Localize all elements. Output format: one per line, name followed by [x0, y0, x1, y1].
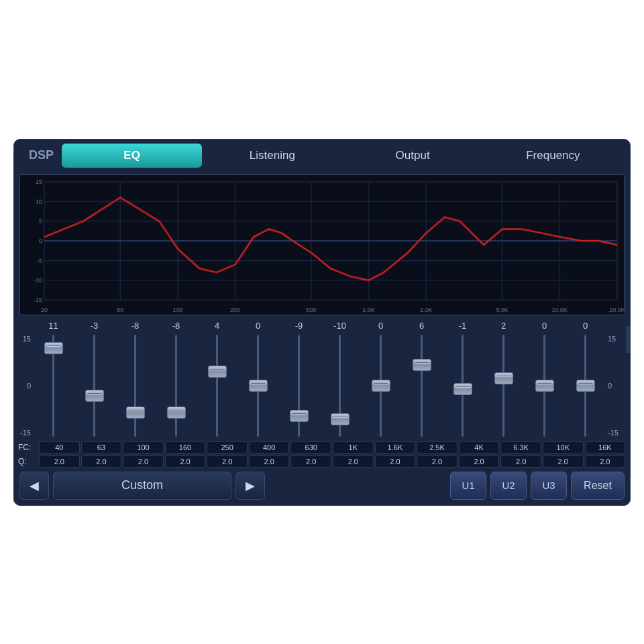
fc-2[interactable]: 100	[123, 441, 164, 453]
next-button[interactable]: ▶	[235, 472, 265, 500]
faders-row	[33, 332, 606, 439]
q-4[interactable]: 2.0	[207, 455, 248, 468]
fader-handle-4[interactable]	[208, 366, 227, 378]
q-1[interactable]: 2.0	[81, 455, 122, 468]
db-val-13: 0	[565, 321, 606, 331]
db-val-2: -8	[115, 321, 156, 331]
fader-track-4[interactable]	[216, 335, 218, 437]
q-row: Q: 2.0 2.0 2.0 2.0 2.0 2.0 2.0 2.0 2.0 2…	[18, 455, 626, 468]
fader-handle-9[interactable]	[413, 359, 431, 371]
fader-track-2[interactable]	[134, 335, 136, 437]
prev-button[interactable]: ◀	[19, 472, 49, 500]
db-val-8: 0	[360, 321, 401, 331]
q-10[interactable]: 2.0	[459, 455, 500, 468]
db-val-10: -1	[442, 321, 483, 331]
fc-11[interactable]: 6.3K	[500, 441, 541, 453]
q-9[interactable]: 2.0	[417, 455, 458, 468]
q-0[interactable]: 2.0	[39, 455, 80, 468]
q-6[interactable]: 2.0	[290, 455, 331, 468]
q-8[interactable]: 2.0	[375, 455, 416, 468]
dsp-label: DSP	[21, 144, 62, 166]
fader-track-9[interactable]	[421, 335, 423, 437]
tab-listening[interactable]: Listening	[202, 144, 342, 168]
eq-graph[interactable]	[19, 174, 625, 315]
fader-handle-13[interactable]	[576, 380, 595, 392]
scale-r-15-top: 15	[606, 335, 626, 343]
fader-track-11[interactable]	[502, 335, 504, 437]
fader-col-10	[442, 332, 483, 439]
db-val-5: 0	[237, 321, 278, 331]
fader-track-6[interactable]	[298, 335, 300, 437]
fc-7[interactable]: 1K	[333, 441, 374, 453]
header-tabs: DSP EQ Listening Output Frequency	[14, 140, 630, 172]
fader-handle-0[interactable]	[44, 342, 63, 354]
fc-9[interactable]: 2.5K	[417, 441, 458, 453]
fader-track-5[interactable]	[257, 335, 259, 437]
fc-0[interactable]: 40	[39, 441, 80, 453]
q-12[interactable]: 2.0	[543, 455, 584, 468]
fader-col-1	[74, 332, 115, 439]
scale-15-top: 15	[18, 335, 33, 343]
reset-button[interactable]: Reset	[571, 472, 625, 500]
fc-1[interactable]: 63	[81, 441, 122, 453]
fader-track-1[interactable]	[93, 335, 95, 437]
fc-5[interactable]: 400	[249, 441, 290, 453]
fader-handle-3[interactable]	[167, 407, 186, 419]
scale-r-15-bot: -15	[606, 429, 626, 437]
fc-8[interactable]: 1.6K	[375, 441, 416, 453]
fader-track-10[interactable]	[462, 335, 464, 437]
fc-3[interactable]: 160	[165, 441, 206, 453]
fader-track-8[interactable]	[380, 335, 382, 437]
fader-col-4	[197, 332, 237, 439]
fader-handle-2[interactable]	[126, 407, 145, 419]
u3-button[interactable]: U3	[531, 472, 567, 500]
fader-track-7[interactable]	[339, 335, 341, 437]
fader-col-0	[33, 332, 74, 439]
q-3[interactable]: 2.0	[165, 455, 206, 468]
fc-4[interactable]: 250	[207, 441, 248, 453]
fader-track-12[interactable]	[543, 335, 545, 437]
preset-name-label[interactable]: Custom	[53, 472, 231, 500]
fc-10[interactable]: 4K	[459, 441, 500, 453]
fader-handle-7[interactable]	[331, 413, 350, 425]
fader-handle-8[interactable]	[372, 380, 390, 392]
q-11[interactable]: 2.0	[500, 455, 541, 468]
q-7[interactable]: 2.0	[333, 455, 374, 468]
fader-col-13	[565, 332, 606, 439]
fader-track-0[interactable]	[52, 335, 54, 437]
q-2[interactable]: 2.0	[123, 455, 164, 468]
fader-track-13[interactable]	[584, 335, 586, 437]
u2-button[interactable]: U2	[490, 472, 527, 500]
db-val-11: 2	[483, 321, 524, 331]
fader-handle-5[interactable]	[249, 380, 268, 392]
fc-13[interactable]: 16K	[585, 441, 626, 453]
db-val-3: -8	[156, 321, 197, 331]
fader-col-9	[401, 332, 442, 439]
db-val-7: -10	[319, 321, 360, 331]
side-arrow[interactable]: ›	[626, 326, 631, 353]
fader-handle-12[interactable]	[535, 380, 554, 392]
q-13[interactable]: 2.0	[585, 455, 626, 468]
fader-handle-10[interactable]	[453, 383, 472, 395]
fc-12[interactable]: 10K	[543, 441, 584, 453]
fader-col-2	[115, 332, 156, 439]
fader-handle-6[interactable]	[290, 410, 309, 422]
fc-label: FC:	[18, 443, 38, 452]
tab-eq[interactable]: EQ	[62, 144, 202, 168]
fc-6[interactable]: 630	[290, 441, 331, 453]
u1-button[interactable]: U1	[450, 472, 486, 500]
q-5[interactable]: 2.0	[249, 455, 290, 468]
fader-handle-1[interactable]	[85, 390, 104, 402]
fader-col-8	[360, 332, 401, 439]
db-val-0: 11	[33, 321, 74, 331]
fader-handle-11[interactable]	[494, 372, 513, 384]
fader-track-3[interactable]	[175, 335, 177, 437]
tab-output[interactable]: Output	[343, 144, 483, 168]
scale-r-0-mid: 0	[606, 382, 626, 390]
bottom-controls: ◀ Custom ▶ U1 U2 U3 Reset	[14, 468, 630, 505]
eq-canvas	[20, 175, 624, 315]
faders-wrapper: 15 0 -15 15 0 -15	[18, 332, 626, 439]
scale-15-bot: -15	[18, 429, 33, 437]
db-val-4: 4	[197, 321, 237, 331]
tab-frequency[interactable]: Frequency	[483, 144, 623, 168]
